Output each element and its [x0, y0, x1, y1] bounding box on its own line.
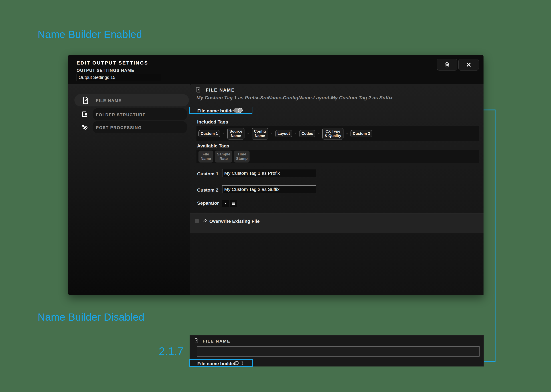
sidebar-item-label: FILE NAME	[96, 98, 122, 103]
tag-chip-codec[interactable]: Codec	[299, 130, 315, 137]
stamp-icon	[80, 123, 88, 131]
file-name-builder-label: File name builder	[197, 361, 236, 366]
file-name-input[interactable]	[197, 346, 479, 357]
file-name-builder-toggle[interactable]	[234, 361, 243, 365]
callout-line-vertical	[495, 110, 495, 362]
screenshot-root: Name Builder Enabled Name Builder Disabl…	[0, 0, 551, 392]
file-name-builder-toggle[interactable]	[234, 108, 243, 113]
toggle-knob	[235, 361, 239, 365]
file-name-header: FILE NAME	[203, 339, 231, 344]
available-tags-label: Available Tags	[197, 143, 229, 148]
tag-separator-dash: -	[318, 131, 319, 136]
section-title-disabled: Name Builder Disabled	[38, 311, 145, 323]
close-button[interactable]	[458, 59, 479, 70]
output-settings-name-label: OUTPUT SETTINGS NAME	[77, 68, 134, 73]
sidebar-item-label: FOLDER STRUCTURE	[96, 112, 146, 117]
available-tags-strip: File Name Sample Rate Time Stamp	[196, 150, 479, 163]
file-edit-icon	[196, 86, 201, 93]
trash-icon	[444, 62, 450, 68]
callout-box-builder-enabled: File name builder	[189, 107, 252, 114]
tag-chip-config-name[interactable]: Config Name	[252, 128, 268, 140]
close-icon	[466, 62, 471, 68]
dialog-title: EDIT OUTPUT SETTINGS	[77, 60, 148, 66]
separator-value[interactable]: -	[222, 200, 229, 207]
custom-1-input[interactable]	[222, 169, 316, 177]
settings-sidebar: FILE NAME FOLDER STRUCTURE POST PROCESSI…	[68, 84, 190, 295]
output-settings-name-input[interactable]	[77, 74, 161, 81]
file-name-header: FILE NAME	[206, 88, 235, 93]
tag-chip-sample-rate[interactable]: Sample Rate	[215, 151, 232, 162]
tag-chip-custom-1[interactable]: Custom 1	[198, 130, 220, 137]
file-name-preview: My Custom Tag 1 as Prefix-SrcName-Config…	[196, 95, 393, 101]
tag-chip-custom-2[interactable]: Custom 2	[350, 130, 372, 137]
included-tags-label: Included Tags	[197, 119, 228, 125]
overwrite-existing-file-label: Overwrite Existing File	[209, 219, 260, 224]
toggle-knob	[238, 108, 243, 113]
tag-separator-dash: -	[247, 131, 249, 136]
separator-menu-button[interactable]	[230, 200, 237, 207]
sidebar-item-file-name[interactable]	[74, 94, 189, 106]
overwrite-row: Overwrite Existing File	[190, 214, 484, 233]
overwrite-checkbox[interactable]	[195, 219, 199, 223]
tag-separator-dash: -	[223, 131, 224, 136]
separator-label: Separator	[197, 200, 219, 206]
sidebar-item-label: POST PROCESSING	[96, 125, 142, 130]
file-name-section: FILE NAME My Custom Tag 1 as Prefix-SrcN…	[190, 84, 484, 295]
section-title-enabled: Name Builder Enabled	[38, 28, 142, 40]
file-edit-icon	[82, 97, 89, 104]
tag-chip-cx-type-quality[interactable]: CX Type & Quality	[322, 128, 343, 140]
tag-separator-dash: -	[295, 131, 296, 136]
custom-2-input[interactable]	[222, 185, 316, 193]
tag-chip-time-stamp[interactable]: Time Stamp	[234, 151, 250, 162]
custom-1-label: Custom 1	[197, 171, 218, 176]
menu-icon	[232, 202, 235, 205]
eraser-icon	[202, 218, 208, 224]
file-name-builder-label: File name builder	[197, 108, 236, 113]
folder-structure-icon	[81, 110, 89, 118]
file-name-section-disabled: FILE NAME File name builder	[190, 336, 484, 366]
edit-output-settings-dialog: EDIT OUTPUT SETTINGS OUTPUT SETTINGS NAM…	[68, 55, 484, 295]
annotation-2-1-7: 2.1.7	[140, 346, 183, 357]
callout-box-builder-disabled: File name builder	[189, 359, 253, 367]
custom-2-label: Custom 2	[197, 187, 218, 193]
tag-chip-file-name[interactable]: File Name	[198, 151, 213, 162]
tag-separator-dash: -	[271, 131, 272, 136]
tag-separator-dash: -	[346, 131, 348, 136]
tag-chip-layout[interactable]: Layout	[275, 130, 292, 137]
file-edit-icon	[194, 338, 199, 343]
tag-chip-source-name[interactable]: Source Name	[227, 128, 245, 140]
included-tags-strip: Custom 1 - Source Name - Config Name - L…	[196, 126, 479, 141]
delete-button[interactable]	[437, 59, 457, 70]
